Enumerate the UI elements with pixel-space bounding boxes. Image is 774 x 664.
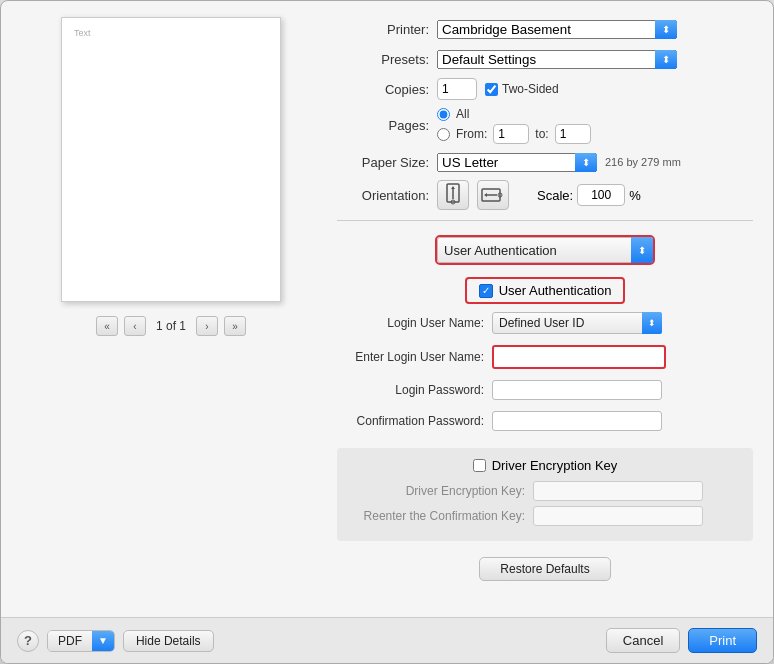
next-page-button[interactable]: › <box>196 316 218 336</box>
page-preview: Text <box>61 17 281 302</box>
login-password-row: Login Password: <box>337 380 753 400</box>
user-auth-checkbox[interactable] <box>479 284 493 298</box>
scale-unit: % <box>629 188 641 203</box>
scale-section: Scale: % <box>537 184 641 206</box>
orientation-label: Orientation: <box>337 188 437 203</box>
from-input[interactable] <box>493 124 529 144</box>
from-radio-row: From: to: <box>437 124 591 144</box>
all-label: All <box>456 107 469 121</box>
confirmation-password-input[interactable] <box>492 411 662 431</box>
page-indicator: 1 of 1 <box>152 319 190 333</box>
pdf-button[interactable]: PDF <box>48 631 92 651</box>
presets-select-wrapper: Default Settings ⬍ <box>437 50 677 69</box>
paper-dimensions: 216 by 279 mm <box>605 156 681 168</box>
presets-select[interactable]: Default Settings <box>437 50 677 69</box>
from-label: From: <box>456 127 487 141</box>
to-label: to: <box>535 127 548 141</box>
restore-btn-wrap: Restore Defaults <box>337 557 753 581</box>
copies-label: Copies: <box>337 82 437 97</box>
enc-key-row: Driver Encryption Key: <box>353 481 737 501</box>
auth-checkbox-wrap: User Authentication <box>337 277 753 304</box>
presets-row: Presets: Default Settings ⬍ <box>337 47 753 71</box>
enc-checkbox-label: Driver Encryption Key <box>492 458 618 473</box>
login-user-select[interactable]: Defined User ID Prompt User <box>492 312 662 334</box>
page-navigation: « ‹ 1 of 1 › » <box>96 316 246 336</box>
preview-text: Text <box>74 28 91 38</box>
landscape-button[interactable] <box>477 180 509 210</box>
paper-size-label: Paper Size: <box>337 155 437 170</box>
enc-reenter-row: Reenter the Confirmation Key: <box>353 506 737 526</box>
help-button[interactable]: ? <box>17 630 39 652</box>
enc-reenter-label: Reenter the Confirmation Key: <box>353 509 533 523</box>
enter-login-highlight <box>492 345 666 369</box>
enc-key-label: Driver Encryption Key: <box>353 484 533 498</box>
copies-controls: Two-Sided <box>437 78 559 100</box>
preview-panel: Text « ‹ 1 of 1 › » <box>21 17 321 607</box>
login-password-label: Login Password: <box>337 383 492 397</box>
bottom-bar: ? PDF ▼ Hide Details Cancel Print <box>1 617 773 663</box>
login-username-row: Login User Name: Defined User ID Prompt … <box>337 312 753 334</box>
print-button[interactable]: Print <box>688 628 757 653</box>
enc-key-input[interactable] <box>533 481 703 501</box>
enc-checkbox[interactable] <box>473 459 486 472</box>
section-dropdown-wrap: User Authentication ⬍ <box>337 235 753 265</box>
login-user-select-wrapper: Defined User ID Prompt User ⬍ <box>492 312 662 334</box>
print-dialog: Text « ‹ 1 of 1 › » Printer: Cambridge B… <box>0 0 774 664</box>
login-password-input[interactable] <box>492 380 662 400</box>
all-radio-row: All <box>437 107 591 121</box>
settings-panel: Printer: Cambridge Basement ⬍ Presets: D… <box>337 17 753 607</box>
presets-label: Presets: <box>337 52 437 67</box>
all-radio[interactable] <box>437 108 450 121</box>
enc-reenter-input[interactable] <box>533 506 703 526</box>
printer-label: Printer: <box>337 22 437 37</box>
prev-page-button[interactable]: ‹ <box>124 316 146 336</box>
confirmation-password-label: Confirmation Password: <box>337 414 492 428</box>
login-username-label: Login User Name: <box>337 316 492 330</box>
pages-label: Pages: <box>337 118 437 133</box>
orientation-row: Orientation: <box>337 180 753 210</box>
separator-1 <box>337 220 753 221</box>
to-input[interactable] <box>555 124 591 144</box>
paper-size-controls: US Letter ⬍ 216 by 279 mm <box>437 153 681 172</box>
printer-select-wrapper: Cambridge Basement ⬍ <box>437 20 677 39</box>
enter-login-label: Enter Login User Name: <box>337 350 492 364</box>
paper-size-select[interactable]: US Letter <box>437 153 597 172</box>
orientation-controls: Scale: % <box>437 180 641 210</box>
copies-row: Copies: Two-Sided <box>337 77 753 101</box>
from-radio[interactable] <box>437 128 450 141</box>
enter-login-input[interactable] <box>494 347 664 367</box>
enc-checkbox-row: Driver Encryption Key <box>353 458 737 473</box>
confirmation-password-row: Confirmation Password: <box>337 411 753 431</box>
section-select[interactable]: User Authentication <box>437 237 653 263</box>
pdf-button-wrap: PDF ▼ <box>47 630 115 652</box>
copies-input[interactable] <box>437 78 477 100</box>
user-auth-label: User Authentication <box>499 283 612 298</box>
restore-defaults-button[interactable]: Restore Defaults <box>479 557 610 581</box>
encryption-section: Driver Encryption Key Driver Encryption … <box>337 448 753 541</box>
pages-controls: All From: to: <box>437 107 591 144</box>
portrait-button[interactable] <box>437 180 469 210</box>
scale-input[interactable] <box>577 184 625 206</box>
cancel-button[interactable]: Cancel <box>606 628 680 653</box>
auth-checkbox-container: User Authentication <box>465 277 626 304</box>
section-select-container: User Authentication ⬍ <box>435 235 655 265</box>
scale-label: Scale: <box>537 188 573 203</box>
hide-details-button[interactable]: Hide Details <box>123 630 214 652</box>
printer-select[interactable]: Cambridge Basement <box>437 20 677 39</box>
svg-marker-2 <box>451 186 455 189</box>
pdf-arrow-button[interactable]: ▼ <box>92 631 114 651</box>
printer-row: Printer: Cambridge Basement ⬍ <box>337 17 753 41</box>
enter-login-row: Enter Login User Name: <box>337 345 753 369</box>
paper-size-select-wrapper: US Letter ⬍ <box>437 153 597 172</box>
first-page-button[interactable]: « <box>96 316 118 336</box>
last-page-button[interactable]: » <box>224 316 246 336</box>
two-sided-label: Two-Sided <box>485 82 559 96</box>
svg-marker-6 <box>484 193 487 197</box>
paper-size-row: Paper Size: US Letter ⬍ 216 by 279 mm <box>337 150 753 174</box>
two-sided-checkbox[interactable] <box>485 83 498 96</box>
pages-row: Pages: All From: to: <box>337 107 753 144</box>
